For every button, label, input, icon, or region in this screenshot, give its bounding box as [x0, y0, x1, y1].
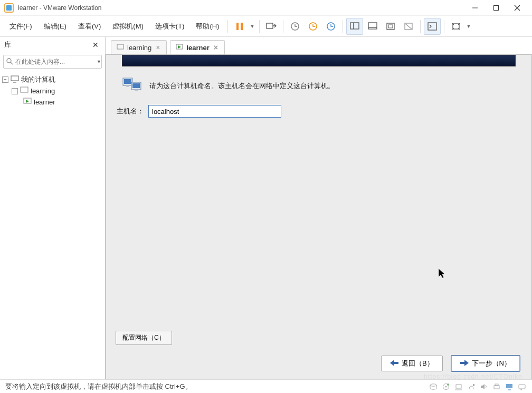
- statusbar-message: 要将输入定向到该虚拟机，请在虚拟机内部单击或按 Ctrl+G。: [5, 382, 429, 391]
- tab-learner[interactable]: learner ×: [170, 40, 225, 54]
- stretch-button[interactable]: [448, 18, 464, 35]
- chevron-down-icon[interactable]: ▼: [97, 59, 101, 64]
- sidebar-close-button[interactable]: ✕: [90, 41, 101, 49]
- menu-view[interactable]: 查看(V): [73, 18, 106, 34]
- sidebar-search[interactable]: ▼: [3, 55, 102, 69]
- menu-vm[interactable]: 虚拟机(M): [107, 18, 149, 34]
- tab-bar: learning × learner ×: [106, 37, 532, 55]
- snapshot-button[interactable]: [287, 18, 303, 35]
- svg-rect-16: [387, 23, 394, 30]
- vm-icon: [117, 44, 124, 52]
- next-button[interactable]: 下一步（N）: [451, 356, 520, 371]
- sidebar: 库 ✕ ▼ − 我的计算机 − learning learner: [0, 37, 106, 379]
- svg-rect-36: [132, 83, 140, 88]
- svg-rect-7: [241, 23, 243, 30]
- separator: [259, 20, 260, 33]
- minimize-button[interactable]: [464, 0, 486, 16]
- sidebar-header: 库 ✕: [0, 37, 105, 53]
- network-icon[interactable]: [454, 382, 463, 391]
- cd-icon[interactable]: [441, 382, 451, 391]
- snapshot-revert-button[interactable]: [305, 18, 321, 35]
- disk-icon[interactable]: [429, 382, 438, 391]
- view-single-button[interactable]: [346, 18, 363, 35]
- search-input[interactable]: [15, 58, 94, 65]
- message-icon[interactable]: [517, 382, 527, 391]
- monitor-icon: [11, 75, 19, 84]
- vm-guest-screen[interactable]: 请为这台计算机命名。该主机名会在网络中定义这台计算机。 主机名： 配置网络（C）…: [106, 54, 532, 379]
- tab-close-button[interactable]: ×: [155, 43, 161, 52]
- arrow-left-icon: [390, 360, 398, 368]
- hostname-input[interactable]: [148, 105, 281, 118]
- workspace: 库 ✕ ▼ − 我的计算机 − learning learner: [0, 37, 532, 379]
- svg-point-22: [7, 59, 11, 63]
- svg-marker-40: [439, 269, 445, 278]
- usb-icon[interactable]: [467, 382, 476, 391]
- chevron-down-icon[interactable]: ▼: [248, 24, 256, 29]
- hostname-row: 主机名：: [117, 105, 522, 118]
- pause-button[interactable]: [231, 18, 248, 35]
- view-unity-button[interactable]: [400, 18, 417, 35]
- chevron-down-icon[interactable]: ▼: [464, 24, 472, 29]
- separator: [227, 20, 228, 33]
- tree-label: 我的计算机: [21, 75, 55, 84]
- view-fullscreen-button[interactable]: [382, 18, 399, 35]
- menu-file[interactable]: 文件(F): [4, 18, 37, 34]
- svg-marker-39: [460, 360, 469, 366]
- menu-tabs[interactable]: 选项卡(T): [150, 18, 190, 34]
- send-ctrl-alt-del-button[interactable]: [263, 18, 280, 35]
- svg-rect-51: [506, 384, 512, 388]
- window-title: learner - VMware Workstation: [18, 4, 464, 12]
- tab-close-button[interactable]: ×: [213, 43, 219, 52]
- svg-rect-45: [456, 385, 461, 388]
- svg-rect-3: [494, 5, 499, 10]
- console-view-button[interactable]: [424, 18, 441, 35]
- titlebar: learner - VMware Workstation: [0, 0, 532, 16]
- tree-item-learning[interactable]: − learning: [2, 85, 103, 97]
- svg-point-44: [447, 384, 449, 386]
- sound-icon[interactable]: [479, 382, 489, 391]
- close-button[interactable]: [507, 0, 528, 16]
- separator: [343, 20, 343, 33]
- tab-label: learning: [127, 44, 151, 52]
- view-console-button[interactable]: [364, 18, 381, 35]
- printer-status-icon[interactable]: [492, 382, 501, 391]
- tree-label: learner: [34, 98, 55, 106]
- sidebar-title: 库: [4, 40, 90, 50]
- svg-rect-49: [494, 386, 499, 389]
- main-area: learning × learner ×: [106, 37, 532, 379]
- tab-label: learner: [186, 44, 209, 52]
- next-label: 下一步（N）: [472, 359, 511, 368]
- vm-running-icon: [176, 44, 183, 52]
- tab-learning[interactable]: learning ×: [111, 40, 167, 54]
- svg-rect-13: [353, 23, 354, 29]
- svg-rect-26: [21, 87, 28, 92]
- svg-marker-31: [178, 45, 181, 49]
- separator: [283, 20, 283, 33]
- svg-line-23: [11, 62, 13, 64]
- collapse-icon[interactable]: −: [2, 76, 8, 83]
- computer-network-icon: [122, 76, 143, 95]
- statusbar: 要将输入定向到该虚拟机，请在虚拟机内部单击或按 Ctrl+G。: [0, 379, 532, 393]
- separator: [420, 20, 421, 33]
- mouse-cursor-icon: [439, 269, 447, 279]
- svg-rect-33: [124, 79, 131, 84]
- collapse-icon[interactable]: −: [12, 88, 18, 94]
- configure-network-button[interactable]: 配置网络（C）: [116, 331, 172, 345]
- svg-marker-48: [481, 384, 484, 389]
- svg-rect-6: [236, 23, 239, 30]
- display-status-icon[interactable]: [505, 382, 514, 391]
- svg-rect-24: [11, 76, 18, 81]
- menubar: 文件(F) 编辑(E) 查看(V) 虚拟机(M) 选项卡(T) 帮助(H) ▼ …: [0, 16, 532, 37]
- tree-item-learner[interactable]: learner: [2, 97, 103, 108]
- menu-help[interactable]: 帮助(H): [191, 18, 224, 34]
- nav-button-row: 返回（B） 下一步（N）: [381, 356, 520, 371]
- svg-line-19: [405, 24, 412, 29]
- back-button[interactable]: 返回（B）: [381, 356, 443, 371]
- svg-rect-20: [428, 23, 436, 30]
- tree-root[interactable]: − 我的计算机: [2, 74, 103, 85]
- snapshot-manager-button[interactable]: [322, 18, 339, 35]
- vm-icon: [20, 87, 28, 95]
- app-icon: [4, 3, 14, 13]
- maximize-button[interactable]: [486, 0, 507, 16]
- menu-edit[interactable]: 编辑(E): [39, 18, 72, 34]
